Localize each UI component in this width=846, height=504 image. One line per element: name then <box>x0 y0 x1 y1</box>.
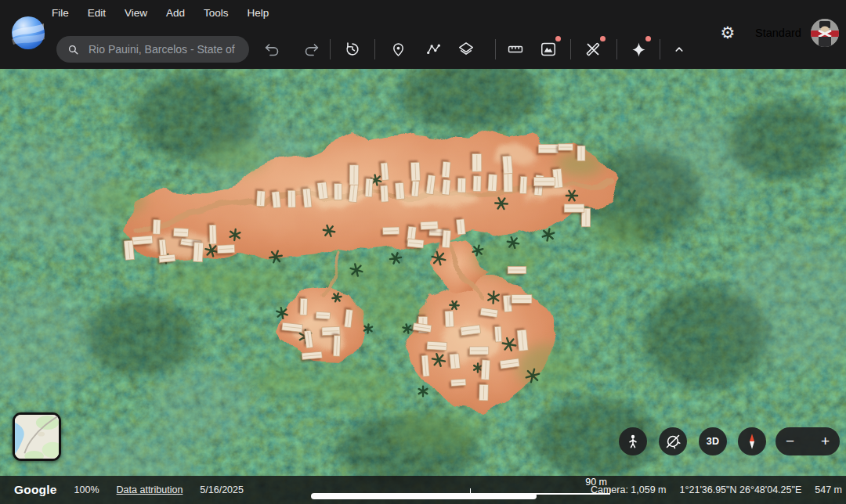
measure-button[interactable] <box>502 36 529 63</box>
drawing-tools-icon <box>584 41 602 58</box>
orbit-icon <box>664 433 682 450</box>
map-scale-bar: 90 m <box>470 477 610 495</box>
notification-dot <box>645 36 651 41</box>
collapse-toolbar-button[interactable] <box>666 36 692 63</box>
status-right: Camera: 1,059 m 1°21'36.95"N 26°48'04.25… <box>591 476 842 504</box>
imagery-quality: 100% <box>74 484 99 495</box>
redo-icon <box>303 41 320 58</box>
google-earth-window: File Edit View Add Tools Help <box>0 0 846 504</box>
search-icon <box>67 43 80 56</box>
compass-button[interactable] <box>738 427 766 455</box>
orbit-button[interactable] <box>659 427 687 455</box>
add-placemark-button[interactable] <box>385 36 411 63</box>
drawing-tools-button[interactable] <box>580 36 606 63</box>
toolbar-separator <box>660 39 660 59</box>
zoom-in-button[interactable]: + <box>821 427 830 455</box>
undo-button[interactable] <box>258 36 285 63</box>
status-bar: Google 100% Data attribution 5/16/2025 C… <box>0 476 846 504</box>
ruler-icon <box>507 41 524 58</box>
pegman-button[interactable] <box>619 427 647 455</box>
placemark-icon <box>390 41 407 58</box>
zoom-out-button[interactable]: − <box>786 427 794 455</box>
path-icon <box>425 41 442 58</box>
layers-icon <box>457 41 475 58</box>
toolbar-separator <box>616 39 617 59</box>
coordinates: 1°21'36.95"N 26°48'04.25"E <box>680 484 802 495</box>
toolbar-separator <box>330 39 331 59</box>
notification-dot <box>600 36 606 41</box>
undo-icon <box>264 41 280 58</box>
pegman-icon <box>624 433 642 450</box>
data-attribution-link[interactable]: Data attribution <box>117 484 183 495</box>
elevation-profile-button[interactable] <box>535 36 562 63</box>
gear-icon: ⚙ <box>721 23 736 42</box>
view-mode-selector[interactable]: Standard <box>755 27 801 39</box>
3d-toggle-button[interactable]: 3D <box>699 427 727 455</box>
historical-imagery-button[interactable] <box>339 36 366 63</box>
google-earth-logo[interactable] <box>11 16 45 50</box>
account-avatar[interactable] <box>811 19 839 47</box>
overview-map[interactable] <box>13 412 61 461</box>
menu-tools[interactable]: Tools <box>204 4 229 23</box>
chevron-up-icon <box>671 41 687 57</box>
overview-map-image <box>15 415 59 459</box>
search-bar[interactable] <box>56 36 249 63</box>
menu-help[interactable]: Help <box>248 4 269 23</box>
add-path-button[interactable] <box>420 36 446 63</box>
elevation-profile-icon <box>540 41 557 58</box>
settings-button[interactable]: ⚙ <box>714 20 741 46</box>
toolbar-separator <box>374 39 375 59</box>
drag-handle[interactable] <box>311 493 537 499</box>
menu-file[interactable]: File <box>52 4 69 23</box>
menu-add[interactable]: Add <box>166 4 185 23</box>
menu-view[interactable]: View <box>125 4 147 23</box>
scale-label: 90 m <box>470 477 610 488</box>
zoom-control: − + <box>776 427 840 455</box>
imagery-date: 5/16/2025 <box>200 484 244 495</box>
toolbar-separator <box>570 39 571 59</box>
ai-sparkle-button[interactable] <box>625 36 652 63</box>
notification-dot <box>555 36 561 41</box>
google-logo: Google <box>14 483 57 497</box>
compass-icon <box>743 432 761 451</box>
historical-imagery-icon <box>344 41 361 58</box>
earth-globe-icon <box>11 16 45 50</box>
status-left: Google 100% Data attribution 5/16/2025 <box>14 476 244 504</box>
avatar-image <box>811 19 839 47</box>
menu-edit[interactable]: Edit <box>88 4 106 23</box>
elevation: 547 m <box>815 484 842 495</box>
menu-bar: File Edit View Add Tools Help <box>52 4 269 23</box>
3d-label: 3D <box>707 436 720 447</box>
redo-button[interactable] <box>298 36 324 63</box>
layers-button[interactable] <box>453 36 479 63</box>
top-bar: File Edit View Add Tools Help <box>0 0 846 69</box>
toolbar-separator <box>495 39 496 59</box>
sparkle-icon <box>630 41 648 59</box>
search-input[interactable] <box>80 43 249 56</box>
